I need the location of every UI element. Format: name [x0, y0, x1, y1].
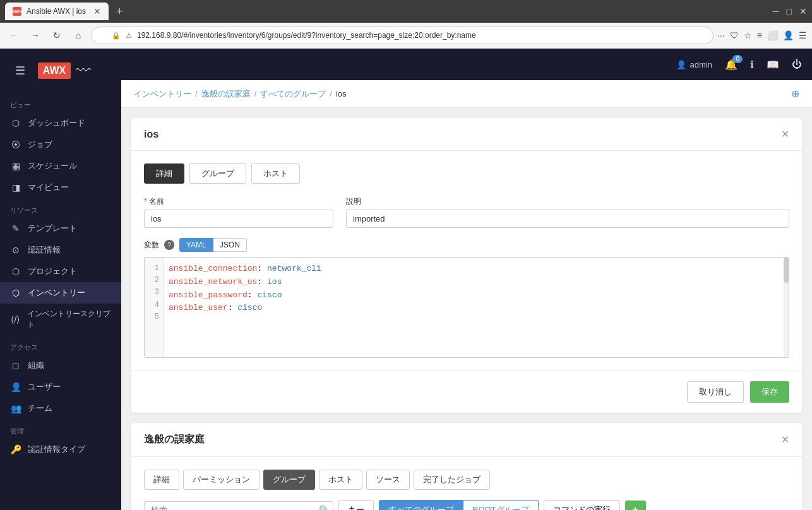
second-card-close-button[interactable]: ✕ [781, 434, 789, 446]
desc-input[interactable] [346, 210, 789, 228]
variables-section-header: 変数 ? YAML JSON [144, 238, 789, 252]
reading-list-icon[interactable]: ≡ [757, 30, 762, 40]
browser-toolbar: ← → ↻ ⌂ 🔒 ⚠ 192.168.9.80/#/inventories/i… [0, 23, 812, 49]
hamburger-menu[interactable]: ☰ [5, 54, 35, 88]
sidebar-item-jobs[interactable]: ⦿ ジョブ [0, 134, 121, 155]
help-icon[interactable]: ? [164, 240, 174, 250]
tab2-source[interactable]: ソース [366, 470, 410, 490]
reload-button[interactable]: ↻ [48, 27, 66, 44]
tab-title: Ansible AWX | ios [27, 7, 86, 16]
myview-icon: ◨ [10, 182, 21, 193]
organizations-icon: ◻ [10, 360, 21, 371]
dashboard-icon: ⬡ [10, 118, 21, 128]
split-view-icon[interactable]: ⬜ [767, 30, 778, 40]
cancel-button[interactable]: 取り消し [687, 381, 744, 403]
breadcrumb-groups[interactable]: すべてのグループ [260, 88, 326, 100]
yaml-toggle-button[interactable]: YAML [179, 238, 213, 252]
code-editor[interactable]: 1 2 3 4 5 ansible_connection: network_cl… [144, 257, 789, 358]
search-submit-button[interactable]: 🔍 [319, 505, 330, 510]
root-groups-button[interactable]: ROOTグループ [463, 500, 539, 510]
breadcrumb-current: ios [336, 89, 347, 98]
sidebar-item-teams[interactable]: 👥 チーム [0, 398, 121, 419]
logout-button[interactable]: ⏻ [792, 59, 802, 70]
main-content: 👤 admin 🔔 0 ℹ 📖 ⏻ [121, 49, 812, 510]
tab-group[interactable]: グループ [189, 163, 246, 184]
form-row-name-desc: *名前 説明 [144, 196, 789, 228]
tab2-completed-jobs[interactable]: 完了したジョブ [414, 470, 490, 490]
breadcrumb-inventories[interactable]: インベントリー [134, 88, 191, 100]
tab2-permission[interactable]: パーミッション [183, 470, 260, 490]
user-menu[interactable]: 👤 admin [676, 60, 712, 69]
users-icon: 👤 [10, 382, 21, 392]
security-icon: 🔒 [112, 32, 121, 40]
search-input[interactable] [144, 501, 333, 511]
line-numbers: 1 2 3 4 5 [145, 258, 164, 357]
credentials-icon: ⊙ [10, 245, 21, 255]
credential-types-icon: 🔑 [10, 444, 21, 454]
second-card-tabs: 詳細 パーミッション グループ ホスト ソース 完了したジョブ [144, 470, 789, 490]
new-tab-button[interactable]: + [116, 5, 123, 18]
sidebar-item-inventory-scripts[interactable]: ⟨/⟩ インベントリースクリプト [0, 304, 121, 335]
ios-card-body: 詳細 グループ ホスト *名前 説明 [131, 151, 802, 371]
templates-icon: ✎ [10, 223, 21, 234]
tab2-group[interactable]: グループ [263, 470, 315, 490]
scrollbar-thumb [784, 258, 789, 283]
sidebar-item-projects[interactable]: ⬡ プロジェクト [0, 261, 121, 282]
save-button[interactable]: 保存 [750, 381, 789, 403]
sidebar-item-inventory[interactable]: ⬡ インベントリー [0, 282, 121, 304]
sidebar-item-myview[interactable]: ◨ マイビュー [0, 177, 121, 198]
tab2-host[interactable]: ホスト [319, 470, 362, 490]
address-bar[interactable]: 🔒 ⚠ 192.168.9.80/#/inventories/inventory… [91, 27, 713, 44]
command-button[interactable]: コマンドの実行 [544, 500, 620, 510]
forward-button[interactable]: → [27, 27, 44, 44]
sidebar-item-credentials[interactable]: ⊙ 認証情報 [0, 239, 121, 261]
bookmark-icon[interactable]: ☆ [744, 30, 752, 40]
add-button[interactable]: + [625, 501, 646, 510]
breadcrumb-bar: インベントリー / 逸般の誤家庭 / すべてのグループ / ios ⊕ [121, 80, 812, 108]
more-options-icon[interactable]: ··· [717, 30, 725, 40]
ios-card-header: ios ✕ [131, 118, 802, 151]
docs-button[interactable]: 📖 [767, 59, 779, 71]
activity-stream-icon[interactable]: ⊕ [791, 88, 799, 100]
key-button[interactable]: キー [338, 500, 374, 510]
json-toggle-button[interactable]: JSON [213, 238, 247, 252]
header-icons: 👤 admin 🔔 0 ℹ 📖 ⏻ [676, 59, 802, 71]
sidebar-item-users[interactable]: 👤 ユーザー [0, 376, 121, 398]
maximize-button[interactable]: □ [787, 6, 792, 16]
ios-card: ios ✕ 詳細 グループ ホスト *名前 [131, 118, 802, 413]
shield-icon[interactable]: 🛡 [730, 30, 739, 40]
minimize-button[interactable]: ─ [773, 6, 779, 16]
info-button[interactable]: ℹ [750, 59, 754, 71]
app-container: ☰ AWX 〰 ビュー ⬡ ダッシュボード ⦿ ジョブ ▦ スケジュール ◨ [0, 49, 812, 510]
ios-card-close-button[interactable]: ✕ [781, 128, 789, 140]
close-window-button[interactable]: ✕ [799, 6, 807, 16]
all-groups-button[interactable]: すべてのグループ [379, 500, 463, 510]
tab2-detail[interactable]: 詳細 [144, 470, 179, 490]
tab-host[interactable]: ホスト [251, 163, 300, 184]
editor-scrollbar[interactable] [784, 258, 789, 357]
username: admin [690, 60, 712, 69]
user-avatar-icon: 👤 [676, 60, 686, 69]
sidebar-item-templates[interactable]: ✎ テンプレート [0, 218, 121, 239]
breadcrumb-sep-3: / [330, 89, 332, 98]
sidebar-item-schedules[interactable]: ▦ スケジュール [0, 155, 121, 177]
desc-field: 説明 [346, 196, 789, 228]
variables-label: 変数 [144, 240, 159, 251]
sidebar-item-dashboard[interactable]: ⬡ ダッシュボード [0, 112, 121, 134]
sidebar-item-organizations[interactable]: ◻ 組織 [0, 355, 121, 376]
home-button[interactable]: ⌂ [69, 27, 87, 44]
profile-icon[interactable]: 👤 [783, 30, 794, 40]
code-content[interactable]: ansible_connection: network_cli ansible_… [164, 258, 784, 357]
name-field: *名前 [144, 196, 333, 228]
breadcrumb-org[interactable]: 逸般の誤家庭 [201, 88, 251, 100]
name-input[interactable] [144, 210, 333, 228]
sidebar-item-credential-types[interactable]: 🔑 認証情報タイプ [0, 439, 121, 460]
notifications-button[interactable]: 🔔 0 [725, 59, 737, 71]
browser-tab[interactable]: AWX Ansible AWX | ios ✕ [5, 3, 109, 20]
tab-detail[interactable]: 詳細 [144, 163, 184, 184]
menu-icon[interactable]: ☰ [799, 30, 807, 40]
notification-count: 0 [732, 55, 743, 63]
sidebar-section-admin: 管理 [0, 419, 121, 439]
tab-close-button[interactable]: ✕ [93, 6, 101, 16]
back-button[interactable]: ← [5, 27, 23, 44]
